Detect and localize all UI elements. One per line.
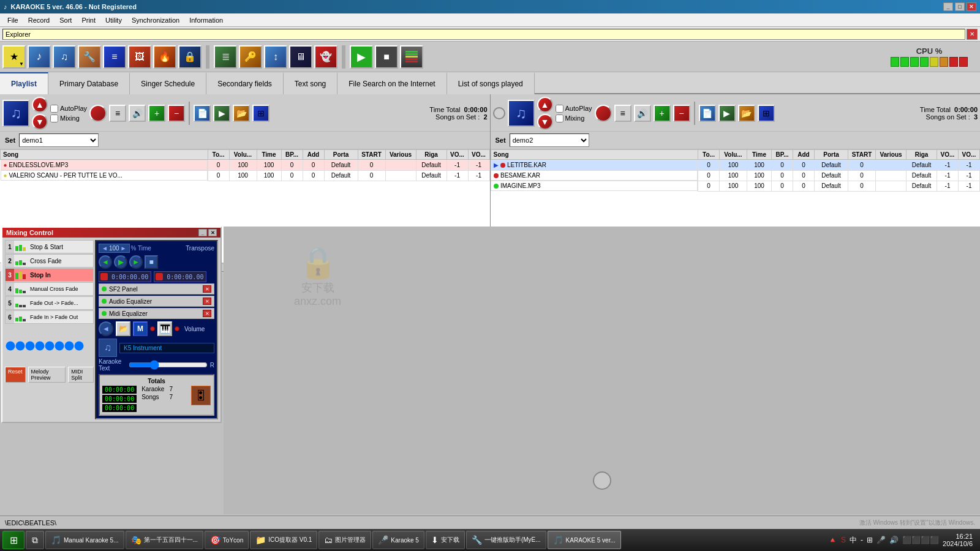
left-grid-btn[interactable]: ⊞ — [252, 105, 270, 122]
flame-button[interactable]: 🔥 — [153, 45, 176, 69]
table-row[interactable]: ● ENDLESSLOVE.MP3 0 100 100 0 0 Default … — [1, 160, 490, 171]
taskbar-item-download[interactable]: ⬇ 安下载 — [426, 531, 465, 549]
volume-button[interactable] — [400, 45, 423, 69]
mix-prev-btn[interactable]: ◄ — [99, 255, 112, 269]
right-grid-btn[interactable]: ⊞ — [758, 105, 775, 122]
music-note-button[interactable]: ♪ — [28, 45, 51, 69]
tab-secondary-fields[interactable]: Secondary fields — [206, 72, 284, 94]
audio-eq-close[interactable]: ✕ — [203, 298, 211, 305]
right-minus-btn[interactable]: − — [673, 105, 690, 122]
right-folder-btn[interactable]: 📂 — [738, 105, 755, 122]
left-autoplay-checkbox[interactable] — [50, 105, 58, 113]
mix-stop-btn[interactable]: ■ — [145, 255, 158, 269]
mix-reset-btn[interactable]: Reset — [5, 367, 26, 383]
fader-1[interactable] — [6, 328, 15, 364]
taskbar-item-manual-karaoke[interactable]: 🎵 Manual Karaoke 5... — [45, 531, 124, 549]
taskbar-item-images[interactable]: 🗂 图片管理器 — [318, 531, 371, 549]
stop-button[interactable]: ■ — [375, 45, 398, 69]
close-button[interactable]: ✕ — [967, 2, 976, 11]
midi-eq-close[interactable]: ✕ — [203, 310, 211, 317]
mix-midi-btn[interactable]: MIDI Split — [68, 367, 94, 383]
image-button[interactable]: 🖼 — [128, 45, 151, 69]
right-down-arrow[interactable]: ▼ — [537, 114, 553, 130]
mixing-minimize-btn[interactable]: _ — [198, 229, 207, 236]
menu-print[interactable]: Print — [77, 15, 100, 25]
taskbar-item-karaoke5[interactable]: 🎤 Karaoke 5 — [372, 531, 424, 549]
right-up-arrow[interactable]: ▲ — [537, 97, 553, 113]
right-plus-btn[interactable]: + — [654, 105, 671, 122]
star-button[interactable]: ★ ▼ — [2, 45, 26, 69]
mixing-close-btn[interactable]: ✕ — [208, 229, 217, 236]
left-record-btn[interactable] — [89, 105, 107, 122]
left-file-btn[interactable]: 📄 — [194, 105, 211, 122]
explorer-close-btn[interactable]: ✕ — [967, 29, 978, 40]
explorer-input[interactable] — [2, 29, 965, 40]
taskbar-item-1500[interactable]: 🎭 第一千五百四十一... — [126, 531, 203, 549]
piano-btn[interactable]: 🎹 — [157, 321, 172, 336]
fader-6[interactable] — [55, 328, 64, 364]
music-note2-button[interactable]: ♫ — [53, 45, 76, 69]
left-speaker-btn[interactable]: 🔊 — [129, 105, 146, 122]
right-eq-btn[interactable]: ≡ — [614, 105, 631, 122]
tab-primary-database[interactable]: Primary Database — [48, 72, 130, 94]
right-autoplay-checkbox[interactable] — [556, 105, 564, 113]
midi-m-btn[interactable]: M — [133, 321, 148, 336]
fader-8[interactable] — [75, 328, 83, 364]
equalizer-button[interactable]: ≡ — [103, 45, 126, 69]
menu-sort[interactable]: Sort — [55, 15, 77, 25]
right-file-btn[interactable]: 📄 — [699, 105, 716, 122]
channel-4[interactable]: 4 Manual Cross Fade — [5, 282, 94, 296]
start-button[interactable]: ⊞ — [2, 531, 24, 549]
left-up-arrow[interactable]: ▲ — [32, 97, 48, 113]
left-minus-btn[interactable]: − — [168, 105, 185, 122]
menu-record[interactable]: Record — [23, 15, 55, 25]
fader-3[interactable] — [26, 328, 34, 364]
tab-singer-schedule[interactable]: Singer Schedule — [130, 72, 206, 94]
arrow-button[interactable]: ↕ — [264, 45, 287, 69]
instrument-folder-btn[interactable]: 📂 — [116, 321, 130, 336]
channel-5[interactable]: 5 Fade Out -> Fade... — [5, 296, 94, 310]
channel-2[interactable]: 2 Cross Fade — [5, 254, 94, 268]
left-play-btn[interactable]: ▶ — [213, 105, 230, 122]
taskbar-item-ico[interactable]: 📁 ICO提取器 V0.1 — [250, 531, 317, 549]
tab-playlist[interactable]: Playlist — [0, 72, 48, 94]
table-row[interactable]: ● VALERIO SCANU - PER TUTTE LE VO... 0 1… — [1, 170, 490, 181]
table-row[interactable]: BESAME.KAR 0 100 100 0 0 Default 0 Defau… — [491, 170, 980, 181]
play-button[interactable]: ▶ — [350, 45, 373, 69]
task-view-button[interactable]: ⧉ — [26, 531, 44, 549]
menu-synchronization[interactable]: Synchronization — [127, 15, 184, 25]
fader-7[interactable] — [65, 328, 74, 364]
menu-information[interactable]: Information — [184, 15, 228, 25]
right-play-btn[interactable]: ▶ — [718, 105, 736, 122]
key-button[interactable]: 🔑 — [239, 45, 262, 69]
left-down-arrow[interactable]: ▼ — [32, 114, 48, 130]
left-folder-btn[interactable]: 📂 — [233, 105, 250, 122]
tray-icon-1[interactable]: 🔺 — [828, 536, 837, 544]
taskbar-item-toycon[interactable]: 🎯 ToYcon — [205, 531, 249, 549]
monitor-button[interactable]: 🖥 — [289, 45, 312, 69]
channel-6[interactable]: 6 Fade In > Fade Out — [5, 310, 94, 324]
mix-next-btn[interactable]: ► — [129, 255, 143, 269]
karaoke-text-slider[interactable] — [129, 362, 208, 368]
taskbar-item-myeditor[interactable]: 🔧 一键推版助手(MyE... — [466, 531, 546, 549]
left-mixing-checkbox[interactable] — [50, 114, 58, 122]
tab-text-song[interactable]: Text song — [284, 72, 337, 94]
lock-button[interactable]: 🔒 — [178, 45, 202, 69]
tray-icon-2[interactable]: ⊞ — [867, 536, 873, 544]
taskbar-item-karaoke5-active[interactable]: 🎵 KARAOKE 5 ver... — [548, 531, 621, 549]
fader-5[interactable] — [45, 328, 54, 364]
maximize-button[interactable]: □ — [955, 2, 965, 11]
sf2-close[interactable]: ✕ — [203, 285, 211, 293]
right-set-select[interactable]: demo2 demo1 — [510, 133, 589, 147]
left-plus-btn[interactable]: + — [148, 105, 165, 122]
menu-utility[interactable]: Utility — [100, 15, 127, 25]
instrument-prev-btn[interactable]: ◄ — [99, 321, 113, 336]
tab-list-songs[interactable]: List of songs played — [447, 72, 535, 94]
tab-file-search[interactable]: File Search on the Internet — [337, 72, 447, 94]
channel-3[interactable]: 3 Stop In — [5, 268, 94, 282]
fader-2[interactable] — [16, 328, 24, 364]
fader-4[interactable] — [36, 328, 44, 364]
tools-button[interactable]: 🔧 — [78, 45, 101, 69]
table-row[interactable]: ▶ LETITBE.KAR 0 100 100 0 0 Default 0 De… — [491, 160, 980, 171]
left-set-select[interactable]: demo1 demo2 — [19, 133, 99, 147]
